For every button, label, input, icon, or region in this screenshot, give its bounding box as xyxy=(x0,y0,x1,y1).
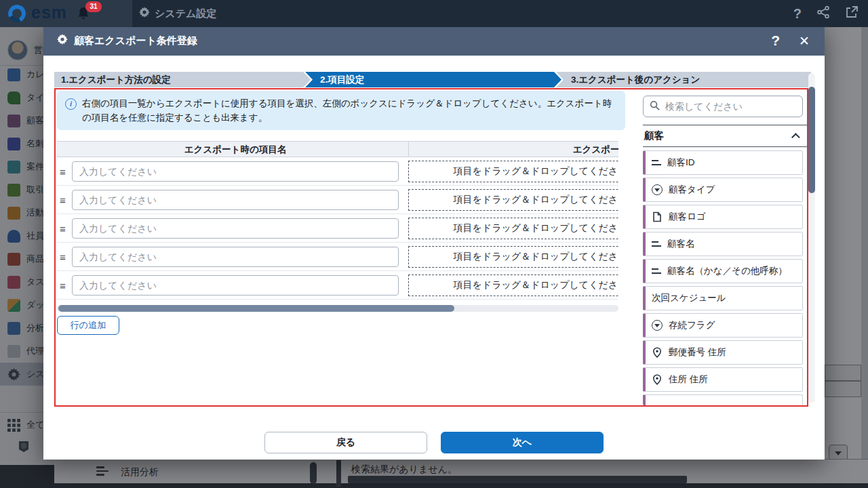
field-search-box xyxy=(643,96,803,117)
modal-scrollbar-thumb[interactable] xyxy=(808,87,815,193)
field-dropzone[interactable]: 項目をドラッグ＆ドロップしてください xyxy=(408,161,618,182)
notification-count-badge[interactable]: 31 xyxy=(85,1,102,12)
drag-handle-icon[interactable]: ≡ xyxy=(60,166,66,178)
chevron-up-icon xyxy=(791,133,800,142)
step-3-post-export-action[interactable]: 3.エクスポート後のアクション xyxy=(556,72,811,87)
info-icon: i xyxy=(65,98,77,110)
esm-logo-text[interactable]: esm xyxy=(31,3,67,22)
field-dropzone[interactable]: 項目をドラッグ＆ドロップしてください xyxy=(408,246,618,268)
search-icon xyxy=(650,100,660,113)
field-item-address[interactable]: 住所 住所 xyxy=(643,367,803,392)
text-field-icon xyxy=(652,241,661,248)
field-dropzone[interactable]: 項目をドラッグ＆ドロップしてください xyxy=(408,274,618,296)
app-header: esm 31 システム設定 ? xyxy=(0,0,868,27)
horizontal-scrollbar-thumb[interactable] xyxy=(58,305,454,312)
export-name-input[interactable] xyxy=(72,161,399,182)
text-field-icon xyxy=(652,268,661,275)
current-section[interactable]: システム設定 xyxy=(139,0,216,27)
field-item-next-schedule[interactable]: 次回スケジュール xyxy=(643,286,803,310)
export-name-input[interactable] xyxy=(72,218,399,239)
field-group-header[interactable]: 顧客 xyxy=(643,125,807,147)
field-item-postal-code[interactable]: 郵便番号 住所 xyxy=(643,340,803,365)
location-pin-icon xyxy=(652,374,663,385)
table-row: ≡ 項目をドラッグ＆ドロップしてください xyxy=(57,243,618,271)
field-item-customer-name[interactable]: 顧客名 xyxy=(643,232,803,256)
export-table-scroll-area[interactable]: エクスポート時の項目名 エクスポートする項目 ≡ 項目をドラッグ＆ドロップしてく… xyxy=(57,141,618,302)
back-button[interactable]: 戻る xyxy=(264,432,427,453)
text-field-icon xyxy=(652,159,661,167)
section-title: システム設定 xyxy=(155,7,216,20)
field-item-customer-type[interactable]: 顧客タイプ xyxy=(643,178,803,202)
drag-handle-icon[interactable]: ≡ xyxy=(60,195,66,206)
gear-icon xyxy=(139,7,150,20)
horizontal-scrollbar[interactable] xyxy=(57,305,618,312)
field-item-survival-flag[interactable]: 存続フラグ xyxy=(643,313,803,338)
dropdown-field-icon xyxy=(652,320,663,331)
drag-handle-icon[interactable]: ≡ xyxy=(60,280,66,291)
next-button[interactable]: 次へ xyxy=(441,432,604,453)
table-row: ≡ 項目をドラッグ＆ドロップしてください xyxy=(57,271,618,300)
export-settings-modal: 顧客エクスポート条件登録 ? ✕ 1.エクスポート方法の設定 2.項目設定 3.… xyxy=(43,26,825,460)
export-name-input[interactable] xyxy=(72,247,399,267)
info-banner: i 右側の項目一覧からエクスポートに使用する項目を選択、左側のボックスにドラッグ… xyxy=(57,91,625,130)
help-icon[interactable]: ? xyxy=(793,6,802,22)
field-dropzone[interactable]: 項目をドラッグ＆ドロップしてください xyxy=(408,189,618,211)
field-item-customer-id[interactable]: 顧客ID xyxy=(643,150,803,175)
drag-handle-icon[interactable]: ≡ xyxy=(60,251,66,263)
step-2-field-settings[interactable]: 2.項目設定 xyxy=(305,72,561,87)
modal-help-icon[interactable]: ? xyxy=(771,33,780,49)
field-item-partial[interactable] xyxy=(643,394,803,405)
gear-icon xyxy=(57,34,68,47)
table-header-row: エクスポート時の項目名 エクスポートする項目 xyxy=(57,141,618,157)
field-dropzone[interactable]: 項目をドラッグ＆ドロップしてください xyxy=(408,218,618,239)
modal-title: 顧客エクスポート条件登録 xyxy=(74,35,197,47)
modal-header: 顧客エクスポート条件登録 ? ✕ xyxy=(43,26,825,56)
share-icon[interactable] xyxy=(816,5,830,22)
location-pin-icon xyxy=(652,347,663,358)
table-row: ≡ 項目をドラッグ＆ドロップしてください xyxy=(57,186,618,214)
dropdown-field-icon xyxy=(652,184,663,195)
step-1-export-method[interactable]: 1.エクスポート方法の設定 xyxy=(54,72,311,87)
header-actions: ? xyxy=(793,0,859,27)
export-name-input[interactable] xyxy=(72,275,399,296)
drag-handle-icon[interactable]: ≡ xyxy=(60,223,66,235)
wizard-steps: 1.エクスポート方法の設定 2.項目設定 3.エクスポート後のアクション xyxy=(54,72,811,87)
close-icon[interactable]: ✕ xyxy=(799,33,810,49)
export-name-input[interactable] xyxy=(72,190,399,210)
field-item-customer-kana[interactable]: 顧客名（かな／その他呼称） xyxy=(643,259,803,283)
open-in-new-icon[interactable] xyxy=(845,5,859,22)
column-header-export-field: エクスポートする項目 xyxy=(408,142,618,158)
add-row-button[interactable]: 行の追加 xyxy=(57,316,119,335)
file-field-icon xyxy=(652,211,663,222)
table-row: ≡ 項目をドラッグ＆ドロップしてください xyxy=(57,214,618,243)
table-row: ≡ 項目をドラッグ＆ドロップしてください xyxy=(57,157,618,186)
field-group-label: 顧客 xyxy=(644,129,664,142)
field-item-customer-logo[interactable]: 顧客ロゴ xyxy=(643,205,803,229)
field-search-input[interactable] xyxy=(665,101,787,112)
info-text: 右側の項目一覧からエクスポートに使用する項目を選択、左側のボックスにドラッグ＆ド… xyxy=(82,97,617,130)
column-header-export-name: エクスポート時の項目名 xyxy=(72,142,399,158)
